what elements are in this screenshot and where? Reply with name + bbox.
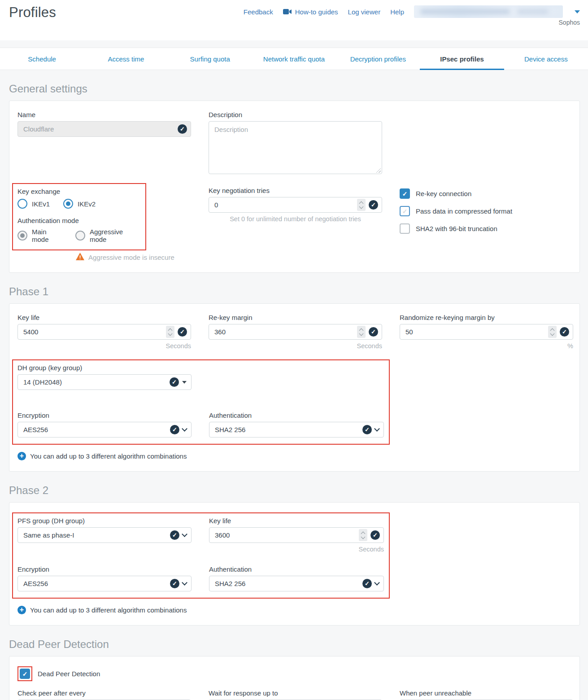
dpd-checkbox-highlight-box (17, 666, 32, 681)
valid-check-icon (170, 425, 179, 434)
compressed-format-checkbox[interactable] (400, 206, 410, 216)
key-negotiation-field[interactable]: 0 (209, 197, 382, 213)
valid-check-icon (369, 327, 378, 337)
key-exchange-highlight-box: Key exchange IKEv1 IKEv2 Authentication … (12, 183, 146, 250)
tab-decryption-profiles[interactable]: Decryption profiles (336, 48, 420, 70)
rekey-connection-checkbox-row[interactable]: Re-key connection (400, 188, 573, 199)
p2-key-life-unit: Seconds (209, 546, 384, 553)
page-header: Profiles Feedback How-to guides Log view… (0, 0, 588, 40)
valid-check-icon (170, 579, 179, 588)
p2-key-life-field[interactable]: 3600 (209, 527, 384, 543)
dh-group-select[interactable]: 14 (DH2048) (17, 374, 192, 390)
log-viewer-link[interactable]: Log viewer (348, 8, 381, 16)
p1-authentication-select[interactable]: SHA2 256 (209, 422, 384, 438)
valid-check-icon (170, 530, 179, 540)
number-stepper[interactable] (357, 326, 366, 338)
pfs-group-value: Same as phase-I (23, 531, 167, 539)
check-peer-label: Check peer after every (17, 689, 191, 697)
radio-ikev1[interactable]: IKEv1 (17, 199, 50, 209)
number-stepper[interactable] (357, 199, 366, 211)
number-stepper[interactable] (166, 326, 174, 338)
chevron-down-icon[interactable] (374, 426, 380, 432)
tab-network-traffic-quota[interactable]: Network traffic quota (252, 48, 336, 70)
p1-key-life-label: Key life (17, 314, 191, 321)
feedback-link[interactable]: Feedback (244, 8, 273, 16)
number-stepper[interactable] (548, 326, 557, 338)
p1-encryption-value: AES256 (23, 426, 167, 433)
phase1-algorithms-highlight-box: DH group (key group) 14 (DH2048) Encrypt… (12, 359, 390, 445)
phase1-heading: Phase 1 (9, 285, 580, 298)
chevron-down-icon[interactable] (182, 426, 187, 432)
radio-main-mode[interactable]: Main mode (17, 228, 65, 243)
dpd-checkbox[interactable] (20, 669, 30, 679)
valid-check-icon (370, 530, 380, 540)
dpd-heading: Dead Peer Detection (9, 638, 580, 651)
p1-randomize-field[interactable]: 50 (400, 324, 573, 340)
rekey-connection-label: Re-key connection (416, 190, 471, 197)
description-textarea[interactable]: Description (209, 121, 382, 174)
valid-check-icon (362, 425, 372, 434)
dh-group-label: DH group (key group) (17, 364, 192, 372)
add-combination-icon[interactable] (17, 452, 26, 460)
pfs-group-label: PFS group (DH group) (17, 517, 192, 525)
pfs-group-select[interactable]: Same as phase-I (17, 527, 192, 543)
name-value: Cloudflare (23, 125, 175, 133)
p1-key-life-field[interactable]: 5400 (17, 324, 191, 340)
valid-check-icon (560, 327, 569, 337)
chevron-down-icon[interactable] (182, 580, 187, 586)
phase2-algorithms-highlight-box: PFS group (DH group) Same as phase-I Key… (12, 512, 390, 599)
p2-key-life-value: 3600 (215, 531, 356, 539)
dh-group-value: 14 (DH2048) (23, 378, 167, 386)
number-stepper[interactable] (359, 529, 367, 541)
radio-ikev2[interactable]: IKEv2 (63, 199, 96, 209)
radio-main-mode-label: Main mode (32, 228, 65, 243)
warning-icon (76, 253, 84, 262)
dpd-card: Dead Peer Detection Check peer after eve… (9, 656, 580, 700)
p1-randomize-unit: % (400, 342, 573, 350)
tab-surfing-quota[interactable]: Surfing quota (168, 48, 252, 70)
sha2-truncation-checkbox[interactable] (400, 223, 410, 234)
p2-encryption-select[interactable]: AES256 (17, 576, 192, 591)
radio-ikev2-control[interactable] (63, 199, 73, 209)
compressed-format-checkbox-row[interactable]: Pass data in compressed format (400, 206, 573, 216)
p2-authentication-select[interactable]: SHA2 256 (209, 576, 384, 591)
p1-encryption-select[interactable]: AES256 (17, 422, 192, 438)
phase2-heading: Phase 2 (9, 484, 580, 497)
chevron-down-icon[interactable] (374, 580, 380, 586)
resize-handle[interactable] (376, 168, 381, 173)
howto-guides-link[interactable]: How-to guides (295, 8, 338, 16)
tab-ipsec-profiles[interactable]: IPsec profiles (420, 48, 504, 70)
compressed-format-label: Pass data in compressed format (416, 207, 512, 215)
account-caret-down-icon[interactable] (575, 10, 580, 13)
key-negotiation-value: 0 (214, 201, 354, 209)
p2-encryption-label: Encryption (17, 565, 192, 573)
p1-authentication-label: Authentication (209, 411, 384, 419)
radio-ikev2-label: IKEv2 (78, 200, 96, 208)
tab-schedule[interactable]: Schedule (0, 48, 84, 70)
p2-key-life-label: Key life (209, 517, 384, 525)
rekey-connection-checkbox[interactable] (400, 188, 410, 199)
add-combination-icon[interactable] (17, 606, 26, 614)
valid-check-icon (362, 579, 372, 588)
name-field: Cloudflare (17, 121, 191, 137)
sha2-truncation-checkbox-row[interactable]: SHA2 with 96-bit truncation (400, 223, 573, 234)
phase1-card: Key life 5400 Seconds Re-key margin 360 … (9, 303, 580, 472)
p1-rekey-margin-field[interactable]: 360 (209, 324, 382, 340)
help-link[interactable]: Help (390, 8, 404, 16)
radio-aggressive-mode-control[interactable] (75, 231, 85, 241)
p1-authentication-value: SHA2 256 (215, 426, 360, 433)
aggressive-warning-text: Aggressive mode is insecure (88, 254, 174, 261)
p2-add-hint: You can add up to 3 different algorithm … (30, 606, 187, 614)
valid-check-icon (178, 327, 187, 337)
chevron-down-icon[interactable] (182, 531, 187, 537)
tab-access-time[interactable]: Access time (84, 48, 168, 70)
radio-ikev1-label: IKEv1 (32, 200, 50, 208)
p1-encryption-label: Encryption (17, 411, 192, 419)
radio-main-mode-control[interactable] (17, 231, 27, 241)
account-dropdown[interactable] (414, 5, 563, 18)
dropdown-caret-icon[interactable] (182, 381, 187, 384)
tab-device-access[interactable]: Device access (504, 48, 588, 70)
p2-authentication-label: Authentication (209, 565, 384, 573)
radio-aggressive-mode[interactable]: Aggressive mode (75, 228, 141, 243)
radio-ikev1-control[interactable] (17, 199, 27, 209)
